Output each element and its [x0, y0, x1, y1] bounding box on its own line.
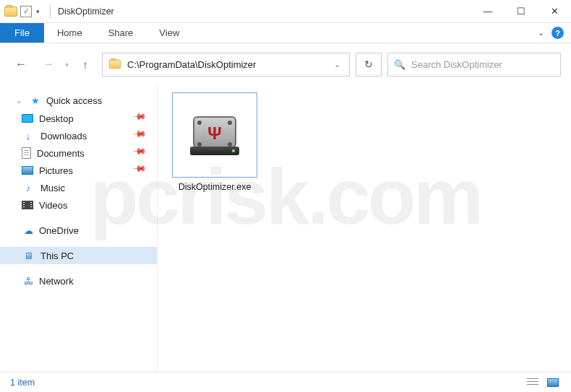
file-item[interactable]: Ψ DiskOptimizer.exe	[168, 92, 262, 192]
quick-access-header[interactable]: ⌄ ★ Quick access	[0, 91, 157, 110]
tab-share[interactable]: Share	[95, 23, 147, 43]
maximize-button[interactable]: ☐	[505, 0, 538, 23]
sidebar-item-label: Network	[39, 276, 74, 287]
view-switcher	[525, 376, 561, 389]
nav-pane[interactable]: ⌄ ★ Quick access Desktop 📌 ↓ Downloads 📌…	[0, 85, 158, 372]
ribbon-tabs: File Home Share View ⌄ ?	[0, 23, 571, 43]
documents-icon	[22, 147, 31, 159]
refresh-button[interactable]: ↻	[356, 53, 382, 77]
large-icons-view-button[interactable]	[545, 376, 561, 389]
back-button[interactable]: ←	[10, 53, 32, 75]
sidebar-item-music[interactable]: ♪ Music	[0, 179, 157, 196]
onedrive-icon: ☁	[22, 225, 35, 236]
divider	[50, 4, 51, 19]
sidebar-item-label: Downloads	[40, 131, 87, 141]
properties-icon[interactable]: ✓	[20, 6, 32, 17]
window-title: DiskOptimizer	[55, 6, 114, 17]
sidebar-item-network[interactable]: 🖧 Network	[0, 271, 157, 290]
file-tab[interactable]: File	[0, 23, 44, 43]
sidebar-item-label: Music	[40, 183, 65, 193]
sidebar-item-videos[interactable]: Videos	[0, 196, 157, 214]
sidebar-item-pictures[interactable]: Pictures 📌	[0, 162, 157, 179]
sidebar-item-label: Documents	[37, 148, 85, 159]
ribbon-right: ⌄ ?	[538, 23, 571, 43]
desktop-icon	[22, 114, 33, 123]
sidebar-item-label: This PC	[40, 251, 74, 261]
sidebar-item-label: OneDrive	[39, 225, 79, 236]
sidebar-item-thispc[interactable]: 🖥 This PC	[0, 247, 157, 264]
pictures-icon	[22, 166, 33, 175]
ribbon-collapse-icon[interactable]: ⌄	[538, 28, 544, 38]
sidebar-item-label: Desktop	[39, 113, 74, 124]
address-bar[interactable]: ⌄	[102, 53, 350, 77]
forward-button[interactable]: →	[38, 53, 59, 75]
thispc-icon: 🖥	[22, 250, 35, 261]
sidebar-item-label: Videos	[39, 200, 68, 211]
up-button[interactable]: ↑	[74, 53, 96, 75]
minimize-button[interactable]: —	[471, 0, 505, 23]
sidebar-item-desktop[interactable]: Desktop 📌	[0, 110, 157, 127]
file-list[interactable]: Ψ DiskOptimizer.exe	[158, 85, 571, 372]
videos-icon	[22, 201, 33, 209]
title-bar: ✓ ▾ DiskOptimizer — ☐ ✕	[0, 0, 571, 23]
client-area: ⌄ ★ Quick access Desktop 📌 ↓ Downloads 📌…	[0, 85, 571, 372]
item-count: 1 item	[10, 378, 35, 388]
disk-drive-icon: Ψ	[189, 112, 241, 158]
pin-icon: 📌	[132, 126, 150, 145]
folder-icon	[4, 6, 17, 17]
address-dropdown-icon[interactable]: ⌄	[331, 60, 343, 69]
downloads-icon: ↓	[22, 130, 35, 141]
chevron-down-icon[interactable]: ⌄	[13, 97, 25, 105]
sidebar-item-documents[interactable]: Documents 📌	[0, 144, 157, 162]
network-icon: 🖧	[22, 275, 35, 287]
nav-toolbar: ← → ▾ ↑ ⌄ ↻ 🔍	[0, 43, 571, 85]
quick-access-label: Quick access	[46, 95, 102, 106]
sidebar-item-label: Pictures	[39, 165, 73, 176]
pin-icon: 📌	[132, 161, 150, 180]
pin-icon: 📌	[132, 144, 150, 162]
search-input[interactable]	[411, 59, 554, 70]
close-button[interactable]: ✕	[538, 0, 571, 23]
help-icon[interactable]: ?	[551, 27, 564, 39]
search-box[interactable]: 🔍	[387, 53, 561, 77]
pin-icon: 📌	[132, 109, 150, 128]
file-thumbnail: Ψ	[172, 92, 257, 178]
sidebar-item-onedrive[interactable]: ☁ OneDrive	[0, 221, 157, 240]
qat-dropdown-icon[interactable]: ▾	[35, 8, 41, 15]
tab-home[interactable]: Home	[44, 23, 95, 43]
qat: ✓ ▾	[0, 6, 46, 17]
window-controls: — ☐ ✕	[471, 0, 571, 23]
sidebar-item-downloads[interactable]: ↓ Downloads 📌	[0, 127, 157, 144]
star-icon: ★	[29, 95, 42, 106]
file-name: DiskOptimizer.exe	[168, 182, 262, 192]
tab-view[interactable]: View	[146, 23, 192, 43]
music-icon: ♪	[22, 182, 35, 193]
search-icon: 🔍	[394, 59, 405, 70]
status-bar: 1 item	[0, 372, 571, 392]
address-input[interactable]	[127, 59, 325, 70]
details-view-button[interactable]	[525, 376, 541, 389]
folder-icon	[108, 58, 121, 70]
history-dropdown-icon[interactable]: ▾	[65, 61, 69, 69]
